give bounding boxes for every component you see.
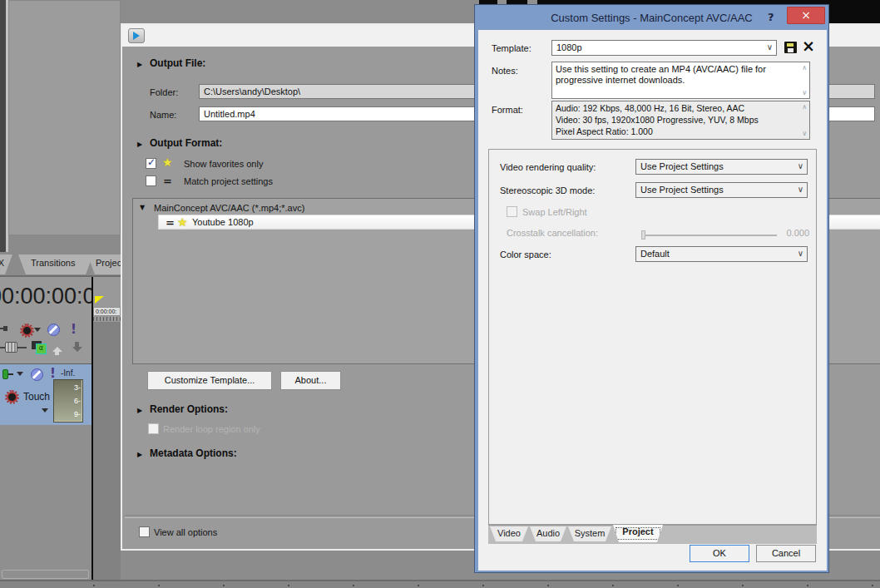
tree-expanded-icon[interactable]: ▼ — [140, 204, 145, 211]
solo-icon[interactable]: ! — [71, 322, 77, 337]
alpha-glyph: α — [36, 343, 47, 354]
dock-tab-label: Transitions — [31, 258, 75, 268]
render-dialog-icon — [128, 28, 145, 43]
tab-video[interactable]: Video — [490, 526, 528, 541]
tab-label: System — [568, 528, 611, 538]
show-favorites-checkbox[interactable]: ✓ — [146, 158, 156, 169]
chevron-down-icon[interactable]: ∨ — [767, 42, 773, 52]
automation-gear-icon[interactable] — [7, 392, 17, 403]
show-favorites-label: Show favorites only — [184, 159, 263, 169]
chevron-down-icon[interactable]: ∨ — [798, 249, 803, 258]
folder-label: Folder: — [150, 87, 178, 97]
automation-dropdown-icon[interactable] — [42, 408, 48, 416]
timecode-panel: 00:00:00:00 — [0, 277, 91, 322]
format-line-audio: Audio: 192 Kbps, 48,000 Hz, 16 Bit, Ster… — [556, 103, 744, 113]
vu-meter: 3- 6- 9- — [53, 379, 83, 422]
customize-template-button[interactable]: Customize Template... — [147, 371, 272, 390]
save-template-icon[interactable] — [784, 42, 797, 53]
custom-settings-dialog: Custom Settings - MainConcept AVC/AAC ? … — [474, 4, 829, 573]
swap-lr-checkbox — [507, 206, 517, 217]
tab-system[interactable]: System — [568, 526, 611, 541]
button-label: OK — [690, 548, 749, 558]
video-quality-combo[interactable]: Use Project Settings ∨ — [635, 159, 808, 175]
timeline-ruler[interactable]: 0:00:00: — [93, 277, 121, 322]
crosstalk-label: Crosstalk cancellation: — [507, 228, 598, 238]
delete-template-icon[interactable]: × — [802, 37, 815, 55]
collapse-arrow-icon[interactable]: ▶ — [137, 451, 142, 458]
swap-lr-label: Swap Left/Right — [522, 207, 587, 217]
dock-tab-strip: Video FX Transitions Project Media — [0, 252, 121, 275]
template-combo[interactable]: 1080p ∨ — [551, 40, 777, 56]
render-options-header[interactable]: Render Options: — [150, 403, 228, 415]
tab-label: Video — [490, 528, 528, 538]
view-all-options-checkbox[interactable] — [139, 526, 150, 537]
chevron-down-icon[interactable]: ∨ — [798, 185, 803, 194]
app-window: Video FX Transitions Project Media 00:00… — [0, 0, 880, 588]
scroll-up-icon[interactable]: ∧ — [802, 64, 807, 72]
collapse-arrow-icon[interactable]: ▶ — [137, 61, 142, 68]
compositing-node-icon[interactable] — [0, 328, 7, 334]
cancel-button[interactable]: Cancel — [756, 545, 816, 562]
tab-project[interactable]: Project — [613, 525, 663, 542]
dock-tab-transitions[interactable]: Transitions — [18, 254, 93, 274]
modal-titlebar[interactable]: Custom Settings - MainConcept AVC/AAC ? … — [475, 5, 828, 30]
scroll-up-icon[interactable]: ∧ — [802, 103, 807, 111]
format-box[interactable]: Audio: 192 Kbps, 48,000 Hz, 16 Bit, Ster… — [551, 101, 810, 140]
scroll-down-icon[interactable]: ∨ — [802, 130, 807, 137]
gear-dropdown-icon[interactable] — [34, 328, 41, 335]
audio-track-header[interactable]: ! -Inf. 3- 6- 9- Touch — [0, 363, 91, 425]
left-dock-edge — [0, 0, 6, 252]
close-button[interactable]: × — [787, 7, 825, 24]
view-all-options-label: View all options — [154, 527, 217, 537]
chevron-down-icon[interactable]: ∨ — [798, 161, 803, 170]
output-file-header[interactable]: Output File: — [150, 57, 205, 69]
render-loop-label: Render loop region only — [163, 424, 260, 434]
ruler-ticks — [93, 317, 121, 321]
tab-audio[interactable]: Audio — [530, 526, 566, 541]
dock-tab-video-fx[interactable]: Video FX — [0, 254, 12, 274]
compositing-mode-icon[interactable]: α — [32, 341, 42, 349]
track-timeline-separator[interactable] — [91, 277, 93, 588]
tab-page — [488, 149, 817, 525]
fader-thumb[interactable] — [5, 342, 17, 353]
mute-icon[interactable] — [47, 324, 60, 336]
ruler-label-box: 0:00:00: — [93, 307, 121, 316]
colorspace-combo[interactable]: Default ∨ — [635, 246, 808, 262]
ok-button[interactable]: OK — [690, 545, 749, 562]
make-child-icon[interactable] — [72, 347, 82, 357]
make-parent-icon[interactable] — [52, 342, 62, 352]
loop-marker-icon[interactable] — [95, 296, 104, 304]
dock-tab-label: Video FX — [0, 258, 4, 268]
video-track-header[interactable]: ! α — [0, 322, 91, 363]
help-button[interactable]: ? — [768, 11, 774, 23]
tab-label: Project — [613, 526, 663, 536]
marker-bar — [0, 580, 880, 588]
notes-text: Use this setting to create an MP4 (AVC/A… — [556, 64, 790, 86]
check-icon: ✓ — [147, 156, 156, 168]
stereo-mode-combo[interactable]: Use Project Settings ∨ — [635, 182, 808, 198]
stereo-mode-label: Stereoscopic 3D mode: — [500, 185, 595, 195]
notes-box[interactable]: Use this setting to create an MP4 (AVC/A… — [551, 62, 810, 99]
collapse-arrow-icon[interactable]: ▶ — [137, 141, 142, 148]
button-label: Cancel — [757, 548, 815, 558]
audio-fx-plug-icon[interactable] — [2, 369, 8, 379]
track-motion-gear-icon[interactable] — [22, 325, 32, 336]
mute-icon[interactable] — [31, 368, 43, 381]
meter-scale-3: 3- — [74, 384, 81, 392]
equals-icon: = — [166, 216, 175, 229]
metadata-options-header[interactable]: Metadata Options: — [150, 447, 237, 459]
equals-icon: = — [163, 175, 172, 187]
collapse-arrow-icon[interactable]: ▶ — [137, 407, 142, 414]
match-project-label: Match project settings — [184, 176, 273, 186]
scroll-down-icon[interactable]: ∨ — [802, 89, 807, 96]
template-value: 1080p — [556, 42, 582, 52]
plug-dropdown-icon[interactable] — [17, 372, 23, 379]
automation-mode-label[interactable]: Touch — [23, 391, 50, 403]
name-label: Name: — [150, 110, 176, 120]
crosstalk-value: 0.000 — [773, 228, 809, 238]
about-button[interactable]: About... — [280, 371, 341, 390]
output-format-header[interactable]: Output Format: — [150, 137, 222, 149]
match-project-checkbox[interactable] — [146, 175, 156, 186]
close-icon: × — [788, 8, 824, 22]
media-panel — [8, 0, 121, 235]
